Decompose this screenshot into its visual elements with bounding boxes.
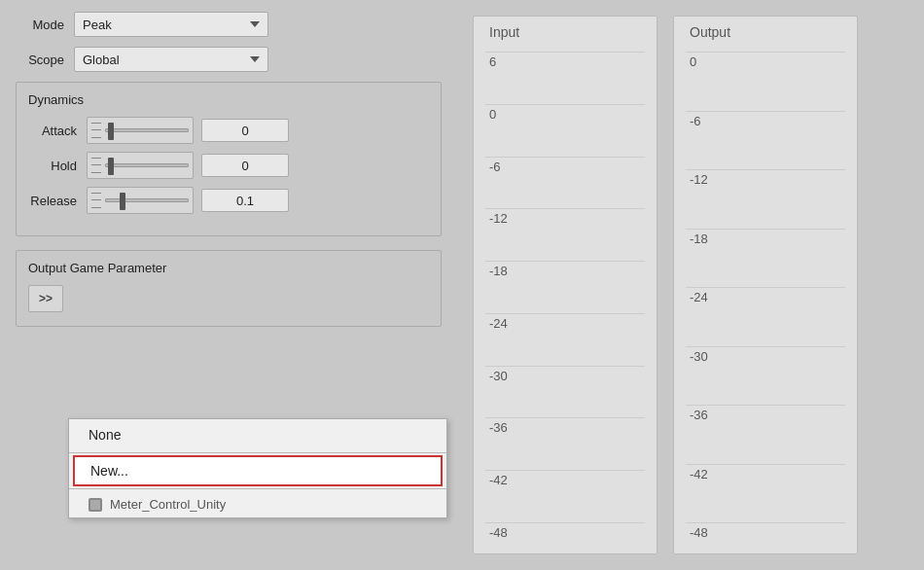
attack-thumb xyxy=(108,123,114,140)
output-meter-title: Output xyxy=(686,24,845,40)
attack-label: Attack xyxy=(28,124,87,138)
menu-none-item[interactable]: None xyxy=(69,419,446,450)
output-tick-7: -42 xyxy=(686,464,845,483)
input-tick-7: -36 xyxy=(485,417,645,437)
meters-area: Input 6 0 -6 -12 -18 -24 -30 -36 -42 -48… xyxy=(457,0,924,570)
dynamics-title: Dynamics xyxy=(28,92,429,107)
hold-slider[interactable] xyxy=(87,152,194,179)
attack-row: Attack 0 xyxy=(28,117,429,144)
release-slider[interactable] xyxy=(87,187,194,214)
scope-dropdown[interactable]: Global xyxy=(74,47,268,72)
output-tick-0: 0 xyxy=(686,52,845,71)
sub-icon xyxy=(89,498,102,512)
dropdown-menu: None New... Meter_Control_Unity xyxy=(68,418,447,518)
hold-value[interactable]: 0 xyxy=(201,154,289,177)
hold-thumb xyxy=(108,158,114,175)
output-tick-3: -18 xyxy=(686,229,845,248)
menu-divider xyxy=(69,452,446,453)
release-thumb xyxy=(120,193,125,210)
input-tick-2: -6 xyxy=(485,157,645,176)
attack-value[interactable]: 0 xyxy=(201,119,289,142)
input-tick-0: 6 xyxy=(485,52,645,71)
input-tick-8: -42 xyxy=(485,470,645,489)
mode-row: Mode Peak xyxy=(16,12,442,37)
attack-slider[interactable] xyxy=(87,117,194,144)
input-tick-4: -18 xyxy=(485,261,645,280)
scope-row: Scope Global xyxy=(16,47,442,72)
scope-dropdown-arrow xyxy=(250,56,260,62)
menu-sub-item[interactable]: Meter_Control_Unity xyxy=(69,491,446,517)
input-tick-1: 0 xyxy=(485,104,645,124)
left-panel: Mode Peak Scope Global Dynamics Attack xyxy=(0,0,457,570)
output-tick-2: -12 xyxy=(686,169,845,189)
input-meter-scale: 6 0 -6 -12 -18 -24 -30 -36 -42 -48 xyxy=(485,48,645,546)
output-meter-scale: 0 -6 -12 -18 -24 -30 -36 -42 -48 xyxy=(686,48,845,546)
output-game-param-section: Output Game Parameter >> xyxy=(16,250,442,327)
mode-value: Peak xyxy=(83,18,242,32)
hold-row: Hold 0 xyxy=(28,152,429,179)
hold-label: Hold xyxy=(28,159,87,173)
mode-dropdown-arrow xyxy=(250,21,260,27)
release-track xyxy=(105,198,189,202)
scope-label: Scope xyxy=(16,53,74,67)
output-meter-panel: Output 0 -6 -12 -18 -24 -30 -36 -42 -48 xyxy=(673,16,858,554)
input-tick-9: -48 xyxy=(485,522,645,542)
input-tick-5: -24 xyxy=(485,313,645,333)
release-label: Release xyxy=(28,194,87,208)
svg-rect-0 xyxy=(90,500,100,510)
mode-dropdown[interactable]: Peak xyxy=(74,12,268,37)
input-meter-title: Input xyxy=(485,24,645,40)
input-tick-3: -12 xyxy=(485,208,645,228)
menu-divider2 xyxy=(69,488,446,489)
output-tick-4: -24 xyxy=(686,287,845,306)
output-tick-5: -30 xyxy=(686,346,845,366)
input-tick-6: -30 xyxy=(485,366,645,385)
output-game-param-title: Output Game Parameter xyxy=(28,261,429,275)
attack-track xyxy=(105,128,189,132)
hold-track xyxy=(105,163,189,167)
output-tick-8: -48 xyxy=(686,522,845,542)
menu-sub-label: Meter_Control_Unity xyxy=(110,497,226,512)
menu-new-item[interactable]: New... xyxy=(73,455,443,486)
mode-label: Mode xyxy=(16,18,74,32)
release-value[interactable]: 0.1 xyxy=(201,189,289,212)
input-meter-panel: Input 6 0 -6 -12 -18 -24 -30 -36 -42 -48 xyxy=(473,16,657,554)
dynamics-section: Dynamics Attack 0 Hold xyxy=(16,82,442,236)
output-tick-1: -6 xyxy=(686,111,845,130)
arrow-button[interactable]: >> xyxy=(28,285,63,312)
scope-value: Global xyxy=(83,53,242,67)
output-tick-6: -36 xyxy=(686,405,845,424)
release-row: Release 0.1 xyxy=(28,187,429,214)
